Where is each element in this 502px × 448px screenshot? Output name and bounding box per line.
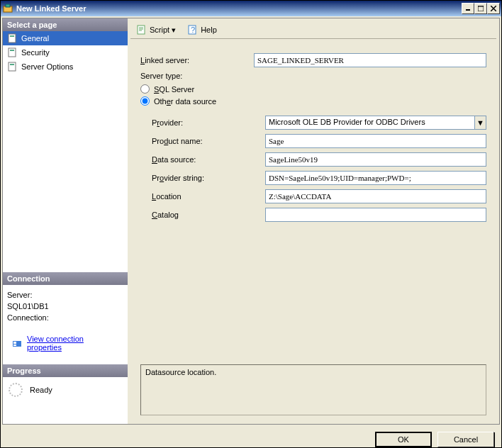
catalog-label: Catalog xyxy=(152,211,265,219)
svg-rect-1 xyxy=(6,4,10,7)
svg-rect-7 xyxy=(9,34,16,43)
other-data-source-radio[interactable] xyxy=(140,96,150,106)
page-icon xyxy=(7,47,18,58)
catalog-input[interactable] xyxy=(265,208,486,222)
minimize-button[interactable] xyxy=(462,3,474,14)
server-label: Server: xyxy=(7,291,123,299)
select-page-header: Select a page xyxy=(3,18,128,31)
nav-server-options[interactable]: Server Options xyxy=(3,60,128,74)
dialog-body: Select a page General Security Server Op… xyxy=(2,18,500,425)
product-name-input[interactable] xyxy=(265,134,486,148)
app-icon xyxy=(2,3,13,14)
description-text: Datasource location. xyxy=(145,368,216,376)
page-icon xyxy=(7,61,18,72)
product-name-label: Product name: xyxy=(152,137,265,145)
page-icon xyxy=(7,33,18,44)
provider-select[interactable]: Microsoft OLE DB Provider for ODBC Drive… xyxy=(265,116,486,130)
svg-rect-11 xyxy=(9,62,16,71)
ok-button[interactable]: OK xyxy=(375,432,432,447)
data-source-input[interactable] xyxy=(265,152,486,167)
toolbar: Script ▾ ? Help xyxy=(130,21,496,39)
sql-server-radio[interactable] xyxy=(140,84,150,94)
server-value: SQL01\DB1 xyxy=(7,302,123,310)
nav-label: General xyxy=(21,34,49,43)
dialog-window: New Linked Server Select a page General … xyxy=(0,0,502,448)
svg-rect-15 xyxy=(13,345,16,346)
progress-status: Ready xyxy=(30,386,52,394)
provider-value: Microsoft OLE DB Provider for ODBC Drive… xyxy=(266,116,474,129)
footer: OK Cancel xyxy=(1,426,501,447)
titlebar-buttons xyxy=(462,3,500,14)
titlebar-text: New Linked Server xyxy=(16,4,462,13)
titlebar: New Linked Server xyxy=(1,1,501,16)
location-input[interactable] xyxy=(265,189,486,203)
help-icon: ? xyxy=(187,24,199,35)
provider-label: Provider: xyxy=(152,118,265,127)
linked-server-label: Linked server: xyxy=(140,56,254,65)
close-button[interactable] xyxy=(487,3,500,14)
connection-pane: Server: SQL01\DB1 Connection: View conne… xyxy=(3,285,128,357)
form: Linked server: Server type: SQL Server O… xyxy=(130,39,496,421)
script-icon xyxy=(136,24,147,35)
description-box: Datasource location. xyxy=(140,364,486,415)
view-connection-properties-link[interactable]: View connection properties xyxy=(27,335,119,352)
sidebar: Select a page General Security Server Op… xyxy=(3,18,128,424)
maximize-button[interactable] xyxy=(474,3,487,14)
properties-icon xyxy=(11,337,23,349)
help-button[interactable]: ? Help xyxy=(184,23,220,37)
nav-label: Server Options xyxy=(21,62,73,71)
linked-server-input[interactable] xyxy=(254,53,486,67)
svg-rect-10 xyxy=(10,50,14,51)
script-button[interactable]: Script ▾ xyxy=(133,23,179,37)
progress-pane: Ready xyxy=(3,377,128,403)
other-data-source-label: Other data source xyxy=(154,97,216,106)
connection-label: Connection: xyxy=(7,313,123,322)
location-label: Location xyxy=(152,192,265,201)
svg-rect-12 xyxy=(10,64,14,65)
server-type-label: Server type: xyxy=(140,72,254,80)
provider-string-input[interactable] xyxy=(265,171,486,185)
progress-spinner-icon xyxy=(9,383,23,397)
svg-rect-16 xyxy=(138,26,145,34)
help-label: Help xyxy=(201,26,217,34)
cancel-button[interactable]: Cancel xyxy=(437,432,494,447)
page-list: General Security Server Options xyxy=(3,31,128,74)
nav-label: Security xyxy=(21,48,50,57)
svg-rect-14 xyxy=(13,342,16,344)
main-pane: Script ▾ ? Help Linked server: Server ty… xyxy=(128,18,499,424)
nav-security[interactable]: Security xyxy=(3,45,128,60)
nav-general[interactable]: General xyxy=(3,31,128,45)
view-properties-row: View connection properties xyxy=(7,335,123,352)
svg-rect-9 xyxy=(9,48,16,57)
sql-server-label: SQL Server xyxy=(154,85,194,94)
data-source-label: Data source: xyxy=(152,155,265,164)
chevron-down-icon[interactable]: ▼ xyxy=(474,116,486,129)
progress-header: Progress xyxy=(3,364,128,377)
script-label: Script xyxy=(150,26,169,34)
provider-string-label: Provider string: xyxy=(152,174,265,182)
svg-text:?: ? xyxy=(191,26,195,34)
svg-rect-8 xyxy=(10,35,14,37)
dropdown-icon: ▾ xyxy=(172,26,176,35)
connection-header: Connection xyxy=(3,272,128,285)
